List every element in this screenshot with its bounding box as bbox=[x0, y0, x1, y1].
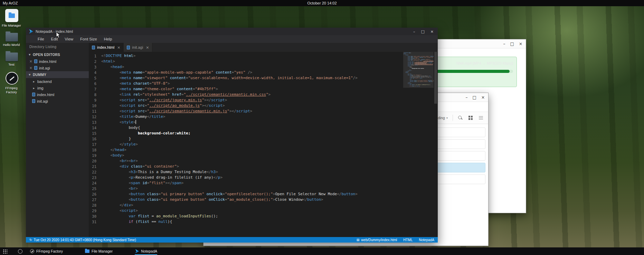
menu-bar: FileEditViewFont SizeHelp bbox=[26, 35, 438, 43]
code-line[interactable]: 18 </head> bbox=[89, 147, 438, 153]
code-line[interactable]: 20 <br><br> bbox=[89, 158, 438, 164]
open-editor-item[interactable]: ×init.agi bbox=[26, 65, 89, 71]
close-editor-icon[interactable]: × bbox=[29, 66, 32, 70]
code-line[interactable]: 22 <h3>This is a Dummy Testing Module</h… bbox=[89, 169, 438, 175]
code-line[interactable]: 3 <head> bbox=[89, 64, 438, 70]
close-icon[interactable]: × bbox=[519, 42, 522, 46]
code-line[interactable]: 7 <meta name="theme-color" content="#4b7… bbox=[89, 86, 438, 92]
code-line[interactable]: 23 <p>Received drag-in filelist (if any)… bbox=[89, 175, 438, 180]
file-icon bbox=[34, 66, 37, 70]
minimize-icon[interactable]: – bbox=[466, 95, 468, 100]
desktop-icon-test[interactable]: Test bbox=[1, 53, 22, 66]
line-number: 31 bbox=[89, 219, 101, 225]
folder-glyph-icon bbox=[9, 13, 15, 18]
list-icon[interactable] bbox=[479, 115, 483, 120]
tab-index-html[interactable]: index.html× bbox=[89, 43, 124, 52]
line-number: 15 bbox=[89, 131, 101, 136]
minimize-icon[interactable]: – bbox=[413, 30, 415, 34]
editor-scrollbar[interactable] bbox=[434, 52, 438, 237]
line-number: 28 bbox=[89, 202, 101, 208]
open-editor-label: index.html bbox=[39, 59, 56, 64]
line-number: 1 bbox=[89, 53, 101, 59]
tab-init-agi[interactable]: init.agi× bbox=[124, 43, 152, 52]
taskbar-item-label: FFmpeg Factory bbox=[36, 249, 63, 253]
open-editor-item[interactable]: ×index.html bbox=[26, 58, 89, 65]
code-line[interactable]: 28 </div> bbox=[89, 202, 438, 208]
start-menu-button[interactable] bbox=[1, 247, 9, 255]
tree-item-label: index.html bbox=[37, 93, 54, 97]
tree-item-index-html[interactable]: index.html bbox=[26, 91, 89, 98]
menu-file[interactable]: File bbox=[34, 37, 48, 41]
code-line[interactable]: 31 if (flist == null){ bbox=[89, 219, 438, 225]
line-content: <head> bbox=[101, 64, 124, 70]
minimap-slider[interactable] bbox=[403, 52, 434, 88]
code-line[interactable]: 6 <meta charset="UTF-8"> bbox=[89, 81, 438, 86]
desktop-icon-ffmpeg-factory[interactable]: FFmpeg Factory bbox=[1, 72, 22, 94]
editor[interactable]: 1<!DOCTYPE html>2<html>3 <head>4 <meta n… bbox=[89, 52, 438, 237]
aroz-menu[interactable]: My ArOZ bbox=[3, 1, 18, 5]
tree-item-init-agi[interactable]: init.agi bbox=[26, 98, 89, 104]
project-label: DUMMY bbox=[33, 73, 46, 77]
taskbar-item-file-manager[interactable]: File Manager bbox=[85, 247, 113, 255]
taskbar-item-ffmpeg-factory[interactable]: FFmpeg Factory bbox=[30, 247, 63, 255]
chevron-down-icon: ▾ bbox=[446, 116, 448, 120]
close-editor-icon[interactable]: × bbox=[29, 59, 32, 63]
project-section[interactable]: ▾ DUMMY bbox=[26, 71, 89, 78]
grid-icon[interactable] bbox=[468, 115, 473, 120]
code-line[interactable]: 8 <link rel="stylesheet" href="../script… bbox=[89, 92, 438, 97]
code-line[interactable]: 4 <meta name="apple-mobile-web-app-capab… bbox=[89, 70, 438, 75]
code-line[interactable]: 25 <br> bbox=[89, 186, 438, 191]
code-line[interactable]: 27 <button class="ui negative button" on… bbox=[89, 197, 438, 202]
code-line[interactable]: 12 <title>Dummy</title> bbox=[89, 114, 438, 120]
close-icon[interactable]: × bbox=[481, 95, 485, 100]
code-line[interactable]: 1<!DOCTYPE html> bbox=[89, 53, 438, 59]
aroz-launcher-icon[interactable] bbox=[18, 249, 22, 254]
line-content: <br> bbox=[101, 186, 138, 191]
code-line[interactable]: 19 <body> bbox=[89, 153, 438, 158]
close-icon[interactable]: × bbox=[430, 30, 434, 34]
notepada-titlebar[interactable]: NotepadA - index.html – □ × bbox=[26, 28, 438, 35]
code-line[interactable]: 26 <button class="ui primary button" onc… bbox=[89, 191, 438, 197]
code-line[interactable]: 5 <meta name="viewport" content="user-sc… bbox=[89, 75, 438, 81]
minimize-icon[interactable]: – bbox=[503, 42, 505, 46]
close-tab-icon[interactable]: × bbox=[146, 45, 149, 50]
menu-view[interactable]: View bbox=[61, 37, 77, 41]
code-line[interactable]: 13 <style> bbox=[89, 120, 438, 125]
code-line[interactable]: 21 <div class="ui container"> bbox=[89, 164, 438, 169]
tree-item-label: img bbox=[37, 86, 44, 90]
search-icon[interactable] bbox=[458, 115, 463, 120]
code-line[interactable]: 15 background-color:white; bbox=[89, 131, 438, 136]
code-line[interactable]: 16 } bbox=[89, 136, 438, 142]
desktop-icon-hello-world[interactable]: Hello World bbox=[1, 33, 22, 47]
maximize-icon[interactable]: □ bbox=[473, 95, 476, 100]
code-line[interactable]: 17 </style> bbox=[89, 142, 438, 147]
status-language[interactable]: HTML bbox=[403, 238, 413, 242]
code-line[interactable]: 29 <script> bbox=[89, 208, 438, 214]
code-line[interactable]: 10 <script src="../script/ao_module.js">… bbox=[89, 103, 438, 108]
menu-font-size[interactable]: Font Size bbox=[77, 37, 101, 41]
top-menubar: My ArOZ October 20 14:02 bbox=[0, 0, 644, 6]
code-line[interactable]: 24 <span id="flist"></span> bbox=[89, 180, 438, 186]
tree-item-backend[interactable]: ▸backend bbox=[26, 78, 89, 85]
scrollbar-thumb[interactable] bbox=[434, 52, 437, 104]
menu-help[interactable]: Help bbox=[101, 37, 116, 41]
code-line[interactable]: 30 var flist = ao_module_loadInputFiles(… bbox=[89, 214, 438, 219]
status-filepath[interactable]: ▤ web/Dummy/index.html bbox=[357, 238, 397, 242]
open-editors-section[interactable]: ▾ OPEN EDITORS bbox=[26, 51, 89, 58]
notepada-window[interactable]: NotepadA - index.html – □ × FileEditView… bbox=[26, 28, 438, 243]
window-controls: – □ × bbox=[413, 30, 438, 34]
code-line[interactable]: 2<html> bbox=[89, 59, 438, 64]
code-line[interactable]: 14 body{ bbox=[89, 125, 438, 131]
code-line[interactable]: 9 <script src="../script/jquery.min.js">… bbox=[89, 97, 438, 103]
tree-item-img[interactable]: ▸img bbox=[26, 85, 89, 91]
taskbar-item-notepada[interactable]: NotepadA bbox=[135, 247, 157, 255]
close-tab-icon[interactable]: × bbox=[117, 45, 120, 50]
line-content: <link rel="stylesheet" href="../script/s… bbox=[101, 92, 271, 97]
maximize-icon[interactable]: □ bbox=[510, 42, 514, 46]
maximize-icon[interactable]: □ bbox=[421, 30, 424, 34]
minimap[interactable]: 1<!DOCTYPE html>2<html>3 <head>4 <meta n… bbox=[403, 52, 434, 237]
desktop-icon-file-manager[interactable]: File Manager bbox=[1, 9, 22, 27]
line-number: 20 bbox=[89, 158, 101, 164]
code-line[interactable]: 11 <script src="../script/semantic/seman… bbox=[89, 108, 438, 114]
line-content: <style> bbox=[101, 120, 136, 125]
